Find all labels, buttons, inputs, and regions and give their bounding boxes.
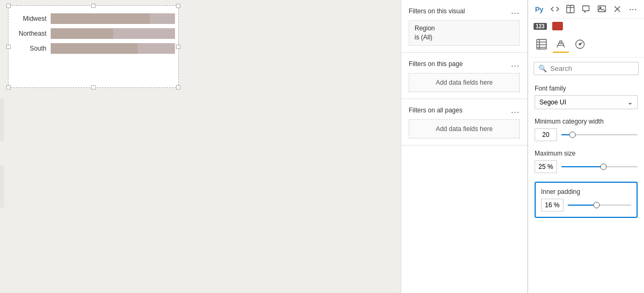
bar-label-south: South xyxy=(12,45,46,52)
prop-font-family-dropdown[interactable]: Segoe UI ⌄ xyxy=(535,95,638,109)
search-icon: 🔍 xyxy=(538,64,547,72)
filter-region-value: is (All) xyxy=(415,33,514,42)
bar-track-northeast xyxy=(51,28,175,39)
prop-min-category-width-label: Minimum category width xyxy=(535,118,638,125)
svg-point-12 xyxy=(579,44,581,45)
prop-min-category-width-section: Minimum category width 20 xyxy=(535,118,638,141)
bar-track-midwest xyxy=(51,13,175,24)
maximum-size-slider[interactable] xyxy=(561,166,638,167)
resize-handle-tm[interactable] xyxy=(91,4,96,8)
more-options-icon[interactable]: ··· xyxy=(627,3,639,15)
python-icon[interactable]: Py xyxy=(534,3,545,15)
chart-widget: ▿ ▭ ... Midwest Northeast South xyxy=(8,5,179,88)
filter-visual-more-button[interactable]: ... xyxy=(511,6,520,16)
filter-title-page: Filters on this page xyxy=(409,60,463,68)
resize-handle-bm[interactable] xyxy=(91,85,96,89)
comment-icon[interactable] xyxy=(581,3,592,15)
prop-inner-padding-label: Inner padding xyxy=(541,188,631,196)
filter-region-label: Region xyxy=(415,24,514,33)
right-panel: Py ··· 123 � xyxy=(528,0,644,293)
maximum-size-thumb[interactable] xyxy=(600,164,607,170)
bar-row-south: South xyxy=(12,43,175,54)
chart-filter-button[interactable]: ▿ xyxy=(132,0,146,3)
prop-inner-padding-unit: % xyxy=(554,201,560,209)
prop-maximum-size-unit: % xyxy=(547,163,553,170)
resize-handle-ml[interactable] xyxy=(6,45,11,49)
tab-analytics[interactable] xyxy=(572,37,588,53)
right-panel-top-toolbar: Py ··· xyxy=(528,0,644,19)
prop-maximum-size-row: 25 % xyxy=(535,160,638,173)
code-icon[interactable] xyxy=(549,3,560,15)
badge-row: 123 xyxy=(528,19,644,32)
prop-min-category-width-value[interactable]: 20 xyxy=(535,128,557,141)
min-category-width-slider[interactable] xyxy=(561,134,638,135)
prop-inner-padding-value[interactable]: 16 % xyxy=(541,199,563,211)
prop-font-family-label: Font family xyxy=(535,85,638,92)
filter-header-page: Filters on this page ... xyxy=(409,59,520,69)
filter-region-box[interactable]: Region is (All) xyxy=(409,20,520,46)
prop-maximum-size-label: Maximum size xyxy=(535,150,638,157)
filter-add-page[interactable]: Add data fields here xyxy=(409,73,520,92)
chevron-down-icon: ⌄ xyxy=(627,99,633,106)
bar-label-midwest: Midwest xyxy=(12,15,46,22)
close-icon[interactable] xyxy=(611,3,623,15)
left-strip-1 xyxy=(0,99,4,141)
filter-title-visual: Filters on this visual xyxy=(409,7,465,15)
image-icon[interactable] xyxy=(596,3,607,15)
bar-label-northeast: Northeast xyxy=(12,30,46,37)
badge-orange xyxy=(552,22,563,30)
resize-handle-tl[interactable] xyxy=(6,4,11,8)
search-box[interactable]: 🔍 xyxy=(534,62,639,75)
canvas-area: ▿ ▭ ... Midwest Northeast South xyxy=(0,0,401,293)
tab-format[interactable] xyxy=(553,37,569,53)
chart-focus-button[interactable]: ▭ xyxy=(148,0,162,3)
tab-icons-row xyxy=(528,32,644,58)
prop-font-family-value: Segoe UI xyxy=(539,99,566,106)
filter-header-visual: Filters on this visual ... xyxy=(409,6,520,16)
filter-all-pages-more-button[interactable]: ... xyxy=(511,105,520,115)
inner-padding-thumb[interactable] xyxy=(593,202,600,208)
prop-inner-padding-row: 16 % xyxy=(541,199,631,211)
resize-handle-tr[interactable] xyxy=(176,4,180,8)
resize-handle-br[interactable] xyxy=(176,85,180,89)
filter-section-page: Filters on this page ... Add data fields… xyxy=(401,53,527,99)
bar-row-midwest: Midwest xyxy=(12,13,175,24)
filter-section-visual: Filters on this visual ... Region is (Al… xyxy=(401,0,527,53)
bar-row-northeast: Northeast xyxy=(12,28,175,39)
left-strip-2 xyxy=(0,165,4,208)
resize-handle-mr[interactable] xyxy=(176,45,180,49)
filter-add-all-pages[interactable]: Add data fields here xyxy=(409,119,520,139)
filter-header-all-pages: Filters on all pages ... xyxy=(409,105,520,115)
prop-maximum-size-section: Maximum size 25 % xyxy=(535,150,638,173)
prop-maximum-size-value[interactable]: 25 % xyxy=(535,160,557,173)
bar-chart: Midwest Northeast South xyxy=(12,10,175,54)
inner-padding-slider[interactable] xyxy=(568,205,631,206)
tab-fields[interactable] xyxy=(534,37,550,53)
chart-toolbar: ▿ ▭ ... xyxy=(132,0,178,3)
min-category-width-thumb[interactable] xyxy=(569,132,576,138)
prop-min-category-width-row: 20 xyxy=(535,128,638,141)
prop-inner-padding-section: Inner padding 16 % xyxy=(535,182,638,218)
badge-123: 123 xyxy=(534,23,547,30)
bar-track-south xyxy=(51,43,175,54)
filters-panel: Filters on this visual ... Region is (Al… xyxy=(401,0,528,293)
properties-area: Font family Segoe UI ⌄ Minimum category … xyxy=(528,79,644,293)
table-icon[interactable] xyxy=(565,3,576,15)
filter-section-all-pages: Filters on all pages ... Add data fields… xyxy=(401,99,527,145)
chart-more-button[interactable]: ... xyxy=(164,0,178,3)
filter-page-more-button[interactable]: ... xyxy=(511,59,520,69)
search-input[interactable] xyxy=(550,64,634,72)
resize-handle-bl[interactable] xyxy=(6,85,11,89)
filter-title-all-pages: Filters on all pages xyxy=(409,107,463,114)
prop-font-family-section: Font family Segoe UI ⌄ xyxy=(535,85,638,109)
